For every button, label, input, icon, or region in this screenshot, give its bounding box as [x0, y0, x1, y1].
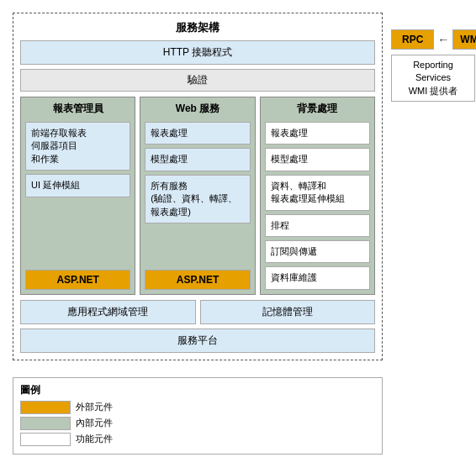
col2-box1: 報表處理 — [145, 122, 250, 145]
bottom-bars: 應用程式網域管理 記憶體管理 — [20, 300, 375, 324]
reporting-services-box: Reporting Services WMI 提供者 — [391, 55, 475, 102]
col3-box6: 資料庫維護 — [265, 266, 370, 289]
col2-box3: 所有服務 (驗證、資料、轉譯、 報表處理) — [145, 175, 250, 223]
col1-box1: 前端存取報表 伺服器項目 和作業 — [25, 122, 130, 171]
http-bar: HTTP 接聽程式 — [20, 40, 375, 65]
legend-color-external — [20, 401, 71, 414]
legend-label-internal: 內部元件 — [76, 417, 113, 429]
legend-label-external: 外部元件 — [76, 401, 113, 413]
main-title: 服務架構 — [20, 20, 375, 35]
col2-title: Web 服務 — [145, 102, 250, 116]
service-platform-bar: 服務平台 — [20, 328, 375, 353]
legend-item-functional: 功能元件 — [20, 433, 375, 446]
col1-title: 報表管理員 — [25, 102, 130, 116]
legend-label-functional: 功能元件 — [76, 433, 113, 445]
bottom-left-bar: 應用程式網域管理 — [20, 300, 196, 324]
legend-color-functional — [20, 433, 71, 446]
wmi-box: WMI — [452, 29, 476, 50]
legend-item-internal: 內部元件 — [20, 417, 375, 430]
bottom-right-bar: 記憶體管理 — [200, 300, 376, 324]
col1-asp: ASP.NET — [25, 270, 130, 290]
legend-item-external: 外部元件 — [20, 401, 375, 414]
three-columns: 報表管理員 前端存取報表 伺服器項目 和作業 UI 延伸模組 ASP.NET W… — [20, 97, 375, 295]
main-container: 服務架構 HTTP 接聽程式 驗證 報表管理員 前端存取報表 伺服器項目 和作業… — [13, 13, 383, 360]
legend-title: 圖例 — [20, 383, 375, 397]
col2-box2: 模型處理 — [145, 148, 250, 171]
col3-box3: 資料、轉譯和 報表處理延伸模組 — [265, 175, 370, 211]
col3-box5: 訂閱與傳遞 — [265, 240, 370, 263]
col3-box1: 報表處理 — [265, 122, 370, 145]
column-report-manager: 報表管理員 前端存取報表 伺服器項目 和作業 UI 延伸模組 ASP.NET — [20, 97, 135, 295]
rpc-box: RPC — [391, 29, 434, 50]
rpc-wmi-row: RPC ← WMI — [391, 29, 476, 50]
arrow-left-icon: ← — [437, 33, 449, 46]
col3-box2: 模型處理 — [265, 148, 370, 171]
right-side: RPC ← WMI Reporting Services WMI 提供者 — [391, 13, 476, 455]
col3-title: 背景處理 — [265, 102, 370, 116]
auth-bar: 驗證 — [20, 69, 375, 92]
col3-box4: 排程 — [265, 214, 370, 237]
column-background: 背景處理 報表處理 模型處理 資料、轉譯和 報表處理延伸模組 排程 訂閱與傳遞 … — [260, 97, 375, 295]
col2-asp: ASP.NET — [145, 270, 250, 290]
legend-color-internal — [20, 417, 71, 430]
column-web-service: Web 服務 報表處理 模型處理 所有服務 (驗證、資料、轉譯、 報表處理) A… — [140, 97, 255, 295]
col1-box2: UI 延伸模組 — [25, 174, 130, 197]
legend: 圖例 外部元件 內部元件 功能元件 — [13, 377, 383, 455]
